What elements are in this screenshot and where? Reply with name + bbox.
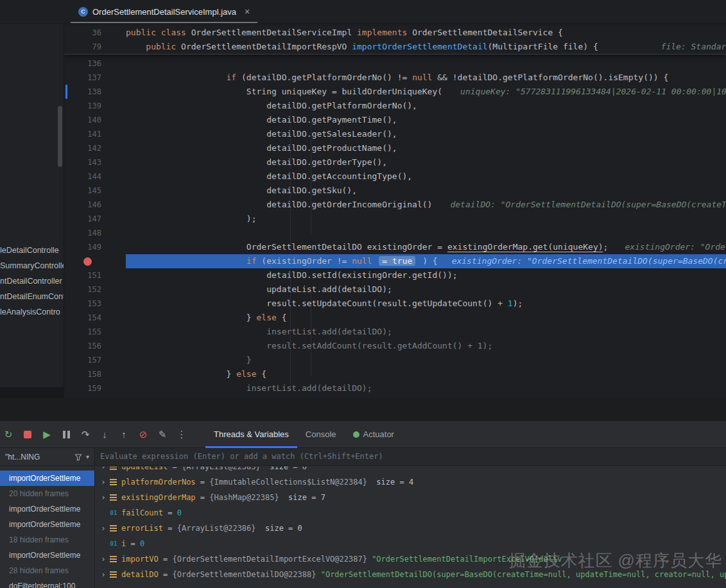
- code-text[interactable]: detailDO.getPaymentTime(),: [126, 113, 726, 127]
- sidebar-item[interactable]: ntDetailController: [0, 273, 64, 289]
- pause-icon[interactable]: [60, 429, 72, 440]
- breakpoint-icon[interactable]: [83, 257, 92, 266]
- code-text[interactable]: detailDO.getAccountingType(),: [126, 169, 726, 184]
- frame-row[interactable]: 20 hidden frames: [0, 486, 94, 501]
- gutter[interactable]: 138: [64, 85, 126, 99]
- frame-row[interactable]: importOrderSettleme: [0, 548, 94, 563]
- frame-row[interactable]: 18 hidden frames: [0, 532, 94, 548]
- code-line[interactable]: 148: [64, 226, 726, 240]
- code-text[interactable]: OrderSettlementDetailDO existingOrder = …: [126, 240, 726, 254]
- variable-row[interactable]: ›platformOrderNos = {ImmutableCollection…: [95, 474, 726, 490]
- sidebar-item[interactable]: ntDetailEnumCont: [0, 289, 64, 304]
- gutter[interactable]: 142: [64, 141, 126, 155]
- code-text[interactable]: updateList.add(detailDO);: [126, 282, 726, 297]
- gutter[interactable]: 148: [64, 226, 126, 240]
- expand-chevron-icon[interactable]: ›: [98, 567, 109, 582]
- code-line[interactable]: 143 detailDO.getOrderType(),: [64, 155, 726, 169]
- expand-chevron-icon[interactable]: ›: [98, 490, 109, 505]
- code-text[interactable]: insertList.add(detailDO);: [126, 381, 726, 395]
- variable-row[interactable]: ›updateList = {ArrayList@22383} size = 0: [95, 467, 726, 474]
- code-line[interactable]: 159 insertList.add(detailDO);: [64, 381, 726, 395]
- code-editor[interactable]: 36public class OrderSettlementDetailServ…: [64, 24, 726, 398]
- code-text[interactable]: [126, 226, 726, 240]
- sidebar-item[interactable]: leDetailControlle: [0, 243, 64, 258]
- code-line[interactable]: 151 detailDO.setId(existingOrder.getId()…: [64, 268, 726, 282]
- step-into-icon[interactable]: ↓: [99, 429, 110, 440]
- chevron-down-icon[interactable]: ▾: [86, 453, 89, 460]
- gutter[interactable]: 155: [64, 325, 126, 339]
- code-line[interactable]: 141 detailDO.getSalesLeader(),: [64, 127, 726, 141]
- sticky-code-line[interactable]: 79 public OrderSettlementDetailImportRes…: [64, 40, 726, 54]
- code-text[interactable]: detailDO.getOrderType(),: [126, 155, 726, 169]
- code-line[interactable]: 137 if (detailDO.getPlatformOrderNo() !=…: [64, 71, 726, 85]
- gutter[interactable]: 141: [64, 127, 126, 141]
- code-text[interactable]: );: [126, 212, 726, 226]
- pencil-mute-icon[interactable]: ✎: [157, 429, 168, 440]
- thread-selector[interactable]: "ht...NING ▾: [0, 448, 95, 465]
- frame-row[interactable]: importOrderSettleme: [0, 517, 94, 532]
- close-icon[interactable]: ×: [245, 7, 250, 16]
- code-line[interactable]: 153 result.setUpdateCount(result.getUpda…: [64, 297, 726, 311]
- code-text[interactable]: public OrderSettlementDetailImportRespVO…: [126, 40, 726, 54]
- code-line[interactable]: 156 result.setAddCount(result.getAddCoun…: [64, 339, 726, 353]
- code-line[interactable]: if (existingOrder != null = true ) {exis…: [64, 254, 726, 268]
- gutter[interactable]: 137: [64, 71, 126, 85]
- rerun-icon[interactable]: ↻: [3, 429, 14, 440]
- mute-breakpoints-icon[interactable]: ⊘: [137, 429, 149, 440]
- gutter[interactable]: 152: [64, 282, 126, 297]
- gutter[interactable]: 144: [64, 169, 126, 184]
- code-text[interactable]: String uniqueKey = buildOrderUniqueKey(u…: [126, 85, 726, 99]
- gutter[interactable]: [64, 254, 126, 268]
- expand-chevron-icon[interactable]: ›: [98, 467, 109, 474]
- tab-actuator[interactable]: Actuator: [345, 421, 402, 448]
- frame-row[interactable]: doFilterInternal:100: [0, 578, 94, 588]
- panel-splitter[interactable]: [0, 398, 726, 421]
- variable-row[interactable]: ›existingOrderMap = {HashMap@22385} size…: [95, 490, 726, 505]
- expand-chevron-icon[interactable]: ›: [98, 521, 109, 536]
- stop-icon[interactable]: [22, 429, 33, 440]
- gutter[interactable]: 151: [64, 268, 126, 282]
- code-text[interactable]: detailDO.setId(existingOrder.getId());: [126, 268, 726, 282]
- gutter[interactable]: 146: [64, 198, 126, 212]
- code-text[interactable]: detailDO.getSku(),: [126, 184, 726, 198]
- resume-icon[interactable]: ▶: [41, 429, 53, 440]
- gutter[interactable]: 158: [64, 367, 126, 381]
- sidebar-item[interactable]: leAnalysisContro: [0, 304, 64, 320]
- gutter[interactable]: 153: [64, 297, 126, 311]
- evaluate-expression-input[interactable]: Evaluate expression (Enter) or add a wat…: [95, 448, 726, 465]
- code-text[interactable]: result.setAddCount(result.getAddCount() …: [126, 339, 726, 353]
- code-text[interactable]: result.setUpdateCount(result.getUpdateCo…: [126, 297, 726, 311]
- editor-tab-active[interactable]: C OrderSettlementDetailServiceImpl.java …: [71, 0, 257, 23]
- gutter[interactable]: 140: [64, 113, 126, 127]
- code-line[interactable]: 158 } else {: [64, 367, 726, 381]
- sticky-code-line[interactable]: 36public class OrderSettlementDetailServ…: [64, 26, 726, 40]
- code-text[interactable]: [126, 56, 726, 71]
- code-text[interactable]: if (existingOrder != null = true ) {exis…: [126, 254, 726, 268]
- code-line[interactable]: 140 detailDO.getPaymentTime(),: [64, 113, 726, 127]
- code-text[interactable]: if (detailDO.getPlatformOrderNo() != nul…: [126, 71, 726, 85]
- gutter[interactable]: 36: [64, 26, 126, 40]
- frame-row[interactable]: importOrderSettleme: [0, 471, 94, 486]
- variable-row[interactable]: 01failCount = 0: [95, 505, 726, 521]
- code-text[interactable]: detailDO.getSalesLeader(),: [126, 127, 726, 141]
- tab-threads-variables[interactable]: Threads & Variables: [205, 421, 297, 448]
- filter-funnel-icon[interactable]: [74, 453, 82, 461]
- gutter[interactable]: 154: [64, 311, 126, 325]
- sidebar-item[interactable]: SummaryControlle: [0, 258, 64, 273]
- sidebar-scrollbar[interactable]: [58, 106, 62, 167]
- code-text[interactable]: detailDO.getProductName(),: [126, 141, 726, 155]
- variable-row[interactable]: ›detailDO = {OrderSettlementDetailDO@223…: [95, 567, 726, 582]
- gutter[interactable]: 143: [64, 155, 126, 169]
- gutter[interactable]: 147: [64, 212, 126, 226]
- code-line[interactable]: 138 String uniqueKey = buildOrderUniqueK…: [64, 85, 726, 99]
- code-line[interactable]: 136: [64, 56, 726, 71]
- tab-console[interactable]: Console: [297, 421, 345, 448]
- frame-row[interactable]: importOrderSettleme: [0, 501, 94, 517]
- variable-row[interactable]: ›errorList = {ArrayList@22386} size = 0: [95, 521, 726, 536]
- code-line[interactable]: 152 updateList.add(detailDO);: [64, 282, 726, 297]
- code-line[interactable]: 154 } else {: [64, 311, 726, 325]
- step-out-icon[interactable]: ↑: [118, 429, 130, 440]
- variable-row[interactable]: 01i = 0: [95, 536, 726, 551]
- code-text[interactable]: insertList.add(detailDO);: [126, 325, 726, 339]
- code-line[interactable]: 145 detailDO.getSku(),: [64, 184, 726, 198]
